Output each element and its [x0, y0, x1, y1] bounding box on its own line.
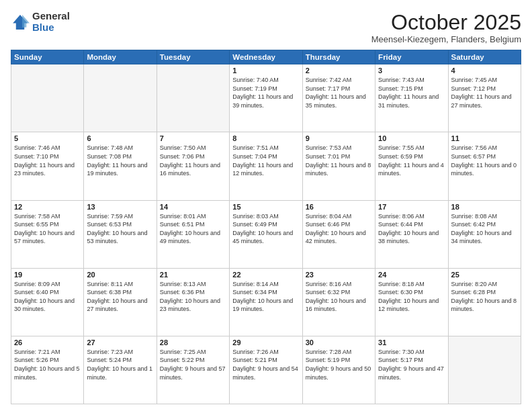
- col-saturday: Saturday: [448, 50, 521, 64]
- calendar-cell: 18Sunrise: 8:08 AM Sunset: 6:42 PM Dayli…: [448, 200, 521, 268]
- calendar-cell: 15Sunrise: 8:03 AM Sunset: 6:49 PM Dayli…: [230, 200, 302, 268]
- day-info: Sunrise: 7:25 AM Sunset: 5:22 PM Dayligh…: [160, 348, 226, 381]
- calendar-cell: 23Sunrise: 8:16 AM Sunset: 6:32 PM Dayli…: [302, 268, 375, 336]
- day-info: Sunrise: 7:53 AM Sunset: 7:01 PM Dayligh…: [306, 144, 372, 177]
- calendar-cell: 8Sunrise: 7:51 AM Sunset: 7:04 PM Daylig…: [230, 132, 302, 200]
- calendar-cell: [448, 336, 521, 404]
- day-number: 22: [232, 271, 299, 279]
- col-sunday: Sunday: [11, 50, 84, 64]
- calendar-subtitle: Meensel-Kiezegem, Flanders, Belgium: [371, 34, 521, 44]
- day-info: Sunrise: 8:20 AM Sunset: 6:28 PM Dayligh…: [451, 280, 518, 314]
- day-info: Sunrise: 7:30 AM Sunset: 5:17 PM Dayligh…: [378, 348, 445, 381]
- day-info: Sunrise: 7:28 AM Sunset: 5:19 PM Dayligh…: [306, 348, 372, 381]
- week-row: 1Sunrise: 7:40 AM Sunset: 7:19 PM Daylig…: [11, 64, 521, 132]
- day-number: 15: [232, 203, 299, 211]
- day-number: 11: [451, 134, 518, 142]
- day-number: 29: [232, 338, 299, 347]
- day-info: Sunrise: 8:11 AM Sunset: 6:38 PM Dayligh…: [87, 280, 153, 314]
- day-info: Sunrise: 7:45 AM Sunset: 7:12 PM Dayligh…: [451, 76, 518, 109]
- col-thursday: Thursday: [302, 50, 375, 64]
- day-info: Sunrise: 7:42 AM Sunset: 7:17 PM Dayligh…: [306, 76, 372, 109]
- week-row: 19Sunrise: 8:09 AM Sunset: 6:40 PM Dayli…: [11, 268, 521, 336]
- day-info: Sunrise: 8:06 AM Sunset: 6:44 PM Dayligh…: [378, 212, 445, 246]
- day-number: 20: [87, 271, 153, 279]
- logo-icon: [11, 13, 30, 32]
- day-number: 5: [14, 134, 81, 142]
- day-info: Sunrise: 7:59 AM Sunset: 6:53 PM Dayligh…: [87, 212, 153, 246]
- calendar-cell: 14Sunrise: 8:01 AM Sunset: 6:51 PM Dayli…: [157, 200, 229, 268]
- day-info: Sunrise: 7:46 AM Sunset: 7:10 PM Dayligh…: [14, 144, 81, 177]
- calendar-cell: 27Sunrise: 7:23 AM Sunset: 5:24 PM Dayli…: [84, 336, 157, 404]
- day-info: Sunrise: 8:18 AM Sunset: 6:30 PM Dayligh…: [378, 280, 445, 314]
- calendar-cell: 17Sunrise: 8:06 AM Sunset: 6:44 PM Dayli…: [375, 200, 448, 268]
- day-number: 3: [378, 66, 445, 75]
- calendar-cell: 29Sunrise: 7:26 AM Sunset: 5:21 PM Dayli…: [230, 336, 302, 404]
- col-monday: Monday: [84, 50, 157, 64]
- calendar-cell: 20Sunrise: 8:11 AM Sunset: 6:38 PM Dayli…: [84, 268, 157, 336]
- day-number: 16: [306, 203, 372, 211]
- day-number: 28: [160, 338, 226, 347]
- calendar-cell: 6Sunrise: 7:48 AM Sunset: 7:08 PM Daylig…: [84, 132, 157, 200]
- calendar-cell: 10Sunrise: 7:55 AM Sunset: 6:59 PM Dayli…: [375, 132, 448, 200]
- day-number: 6: [87, 134, 153, 142]
- day-number: 13: [87, 203, 153, 211]
- calendar-cell: [11, 64, 84, 132]
- day-number: 17: [378, 203, 445, 211]
- day-info: Sunrise: 7:21 AM Sunset: 5:26 PM Dayligh…: [14, 348, 81, 381]
- calendar-cell: 4Sunrise: 7:45 AM Sunset: 7:12 PM Daylig…: [448, 64, 521, 132]
- header: General Blue October 2025 Meensel-Kiezeg…: [11, 11, 521, 44]
- day-number: 19: [14, 271, 81, 279]
- calendar-table: Sunday Monday Tuesday Wednesday Thursday…: [11, 50, 521, 404]
- week-row: 5Sunrise: 7:46 AM Sunset: 7:10 PM Daylig…: [11, 132, 521, 200]
- day-info: Sunrise: 7:56 AM Sunset: 6:57 PM Dayligh…: [451, 144, 518, 177]
- calendar-cell: 24Sunrise: 8:18 AM Sunset: 6:30 PM Dayli…: [375, 268, 448, 336]
- day-info: Sunrise: 7:51 AM Sunset: 7:04 PM Dayligh…: [232, 144, 299, 177]
- day-info: Sunrise: 8:01 AM Sunset: 6:51 PM Dayligh…: [160, 212, 226, 246]
- calendar-cell: 7Sunrise: 7:50 AM Sunset: 7:06 PM Daylig…: [157, 132, 229, 200]
- day-info: Sunrise: 7:40 AM Sunset: 7:19 PM Dayligh…: [232, 76, 299, 109]
- day-number: 26: [14, 338, 81, 347]
- day-info: Sunrise: 8:03 AM Sunset: 6:49 PM Dayligh…: [232, 212, 299, 246]
- calendar-cell: 22Sunrise: 8:14 AM Sunset: 6:34 PM Dayli…: [230, 268, 302, 336]
- day-info: Sunrise: 8:14 AM Sunset: 6:34 PM Dayligh…: [232, 280, 299, 314]
- col-tuesday: Tuesday: [157, 50, 229, 64]
- day-info: Sunrise: 8:16 AM Sunset: 6:32 PM Dayligh…: [306, 280, 372, 314]
- day-number: 2: [306, 66, 372, 75]
- day-number: 30: [306, 338, 372, 347]
- day-number: 25: [451, 271, 518, 279]
- day-info: Sunrise: 7:48 AM Sunset: 7:08 PM Dayligh…: [87, 144, 153, 177]
- calendar-cell: 28Sunrise: 7:25 AM Sunset: 5:22 PM Dayli…: [157, 336, 229, 404]
- week-row: 26Sunrise: 7:21 AM Sunset: 5:26 PM Dayli…: [11, 336, 521, 404]
- calendar-cell: 2Sunrise: 7:42 AM Sunset: 7:17 PM Daylig…: [302, 64, 375, 132]
- calendar-cell: 19Sunrise: 8:09 AM Sunset: 6:40 PM Dayli…: [11, 268, 84, 336]
- day-info: Sunrise: 7:58 AM Sunset: 6:55 PM Dayligh…: [14, 212, 81, 246]
- title-block: October 2025 Meensel-Kiezegem, Flanders,…: [371, 11, 521, 44]
- logo-text: General Blue: [32, 11, 70, 33]
- calendar-cell: 16Sunrise: 8:04 AM Sunset: 6:46 PM Dayli…: [302, 200, 375, 268]
- day-number: 21: [160, 271, 226, 279]
- day-info: Sunrise: 8:09 AM Sunset: 6:40 PM Dayligh…: [14, 280, 81, 314]
- day-info: Sunrise: 8:04 AM Sunset: 6:46 PM Dayligh…: [306, 212, 372, 246]
- logo: General Blue: [11, 11, 70, 33]
- col-wednesday: Wednesday: [230, 50, 302, 64]
- col-friday: Friday: [375, 50, 448, 64]
- day-number: 18: [451, 203, 518, 211]
- day-number: 24: [378, 271, 445, 279]
- day-info: Sunrise: 8:08 AM Sunset: 6:42 PM Dayligh…: [451, 212, 518, 246]
- week-row: 12Sunrise: 7:58 AM Sunset: 6:55 PM Dayli…: [11, 200, 521, 268]
- logo-general: General: [32, 11, 70, 22]
- day-info: Sunrise: 8:13 AM Sunset: 6:36 PM Dayligh…: [160, 280, 226, 314]
- day-number: 23: [306, 271, 372, 279]
- page: General Blue October 2025 Meensel-Kiezeg…: [0, 0, 532, 411]
- calendar-cell: 25Sunrise: 8:20 AM Sunset: 6:28 PM Dayli…: [448, 268, 521, 336]
- calendar-cell: 31Sunrise: 7:30 AM Sunset: 5:17 PM Dayli…: [375, 336, 448, 404]
- day-info: Sunrise: 7:23 AM Sunset: 5:24 PM Dayligh…: [87, 348, 153, 381]
- day-info: Sunrise: 7:26 AM Sunset: 5:21 PM Dayligh…: [232, 348, 299, 381]
- calendar-cell: [157, 64, 229, 132]
- calendar-cell: 5Sunrise: 7:46 AM Sunset: 7:10 PM Daylig…: [11, 132, 84, 200]
- day-number: 1: [232, 66, 299, 75]
- day-number: 10: [378, 134, 445, 142]
- calendar-cell: [84, 64, 157, 132]
- calendar-cell: 9Sunrise: 7:53 AM Sunset: 7:01 PM Daylig…: [302, 132, 375, 200]
- day-number: 9: [306, 134, 372, 142]
